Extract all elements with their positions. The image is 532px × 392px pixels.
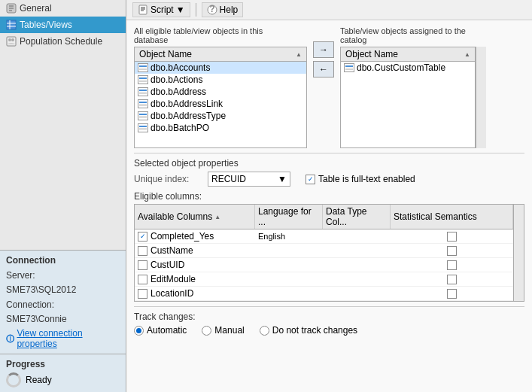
col-header-datatype-text: Data Type Col... (326, 206, 387, 227)
list-item[interactable]: EditModule (135, 272, 513, 287)
table-row[interactable]: dbo.CustCustomTable (341, 62, 475, 74)
svg-rect-8 (7, 37, 16, 46)
col-checkbox[interactable] (138, 289, 147, 299)
radio-no-track[interactable]: Do not track changes (260, 325, 357, 336)
right-scrollbar[interactable] (476, 47, 486, 148)
list-item[interactable]: Completed_Yes English (135, 229, 513, 244)
col-cell-dtype (323, 278, 391, 281)
col-header-stats[interactable]: Statistical Semantics (391, 205, 513, 229)
left-list-body[interactable]: dbo.bAccounts dbo.bActions dbo.bAddress (135, 62, 306, 147)
col-cell-dtype (323, 292, 391, 295)
stat-checkbox[interactable] (447, 275, 457, 284)
connection-title: Connection (6, 255, 120, 266)
table-icon (138, 63, 148, 72)
col-name: Completed_Yes (150, 231, 214, 242)
radio-automatic-label: Automatic (147, 325, 187, 336)
script-button[interactable]: Script ▼ (132, 2, 190, 17)
left-sort-icon: ▲ (296, 51, 302, 58)
right-object-list[interactable]: Object Name ▲ dbo.CustCustomTable (340, 47, 476, 148)
object-name: dbo.bAddressType (150, 111, 226, 121)
progress-box: Progress Ready (0, 354, 126, 392)
col-cell-name: CustUID (135, 258, 255, 272)
col-header-language-text: Language for ... (258, 206, 319, 227)
col-header-available[interactable]: Available Columns ▲ (135, 205, 255, 229)
progress-title: Progress (6, 359, 120, 369)
list-item[interactable]: CustName (135, 244, 513, 258)
unique-index-label: Unique index: (134, 174, 202, 184)
list-item[interactable]: LocationID (135, 287, 513, 301)
object-name: dbo.bAddress (150, 87, 206, 97)
left-object-list[interactable]: Object Name ▲ dbo.bAccounts dbo.bActions (134, 47, 307, 148)
properties-title: Selected object properties (134, 158, 524, 169)
object-name: dbo.bAddressLink (150, 99, 223, 109)
radio-manual[interactable]: Manual (202, 325, 244, 336)
left-list-header: Object Name ▲ (135, 47, 306, 62)
fulltext-label: Table is full-text enabled (318, 174, 415, 184)
col-header-datatype[interactable]: Data Type Col... (323, 205, 391, 229)
col-body: Completed_Yes English (135, 229, 513, 301)
stat-checkbox[interactable] (447, 232, 457, 242)
radio-automatic[interactable]: Automatic (134, 325, 187, 336)
col-header: Available Columns ▲ Language for ... Dat… (135, 205, 513, 229)
sidebar-item-tables-views[interactable]: Tables/Views (0, 17, 126, 33)
radio-manual-btn[interactable] (202, 326, 211, 336)
left-header-text: Object Name (139, 49, 192, 59)
col-cell-stat (391, 245, 513, 257)
right-list-header: Object Name ▲ (341, 47, 475, 62)
list-item[interactable]: CustUID (135, 258, 513, 272)
svg-text:?: ? (209, 5, 214, 14)
right-panel-label: Table/view objects assigned to the catal… (340, 26, 491, 44)
arrow-left-icon: ← (319, 64, 328, 74)
track-changes: Track changes: Automatic Manual Do not t… (134, 306, 524, 336)
arrow-right-button[interactable]: → (313, 41, 334, 58)
svg-point-9 (8, 38, 11, 41)
sidebar-item-tables-label: Tables/Views (20, 20, 72, 30)
table-row[interactable]: dbo.bAccounts (135, 62, 306, 74)
col-checkbox[interactable] (138, 246, 147, 256)
sidebar-item-population[interactable]: Population Schedule (0, 33, 126, 50)
stat-checkbox[interactable] (447, 246, 457, 256)
columns-scrollbar[interactable] (513, 205, 524, 301)
radio-automatic-btn[interactable] (134, 326, 144, 336)
toolbar-separator (196, 3, 196, 17)
view-connection-link[interactable]: i View connection properties (6, 328, 120, 349)
script-dropdown-icon: ▼ (176, 5, 185, 15)
sidebar-item-general-label: General (20, 3, 52, 14)
table-row[interactable]: dbo.bBatchPO (135, 122, 306, 134)
table-row[interactable]: dbo.bAddress (135, 86, 306, 98)
col-cell-lang (255, 263, 323, 266)
toolbar: Script ▼ ? Help (126, 0, 532, 20)
table-row[interactable]: dbo.bAddressLink (135, 98, 306, 110)
help-button[interactable]: ? Help (202, 2, 244, 17)
script-icon (138, 5, 148, 15)
table-row[interactable]: dbo.bAddressType (135, 110, 306, 122)
col-cell-dtype (323, 249, 391, 252)
stat-checkbox[interactable] (447, 289, 457, 299)
col-checkbox[interactable] (138, 232, 147, 242)
columns-inner: Available Columns ▲ Language for ... Dat… (135, 205, 513, 301)
col-cell-lang (255, 278, 323, 281)
table-row[interactable]: dbo.bActions (135, 74, 306, 86)
right-list-body[interactable]: dbo.CustCustomTable (341, 62, 475, 147)
unique-index-dropdown[interactable]: RECUID ▼ (208, 172, 290, 187)
col-cell-name: LocationID (135, 287, 255, 300)
col-checkbox[interactable] (138, 260, 147, 270)
radio-no-track-btn[interactable] (260, 326, 269, 336)
general-icon (6, 3, 17, 14)
col-name: CustName (150, 245, 193, 256)
stat-checkbox[interactable] (447, 260, 457, 270)
sidebar-item-general[interactable]: General (0, 0, 126, 17)
help-label: Help (220, 5, 239, 15)
server-value: SME73\SQL2012 (6, 283, 120, 297)
columns-table[interactable]: Available Columns ▲ Language for ... Dat… (134, 204, 524, 302)
tables-row: All eligible table/view objects in this … (134, 26, 524, 148)
col-checkbox[interactable] (138, 275, 147, 284)
arrow-left-button[interactable]: ← (313, 61, 334, 77)
object-name: dbo.CustCustomTable (357, 62, 445, 73)
col-header-language[interactable]: Language for ... (255, 205, 323, 229)
dropdown-chevron-icon: ▼ (278, 174, 287, 184)
fulltext-checkbox[interactable] (306, 175, 315, 184)
connection-value: SME73\Connie (6, 312, 120, 327)
eligible-columns-title: Eligible columns: (134, 191, 524, 202)
table-icon (138, 75, 148, 84)
